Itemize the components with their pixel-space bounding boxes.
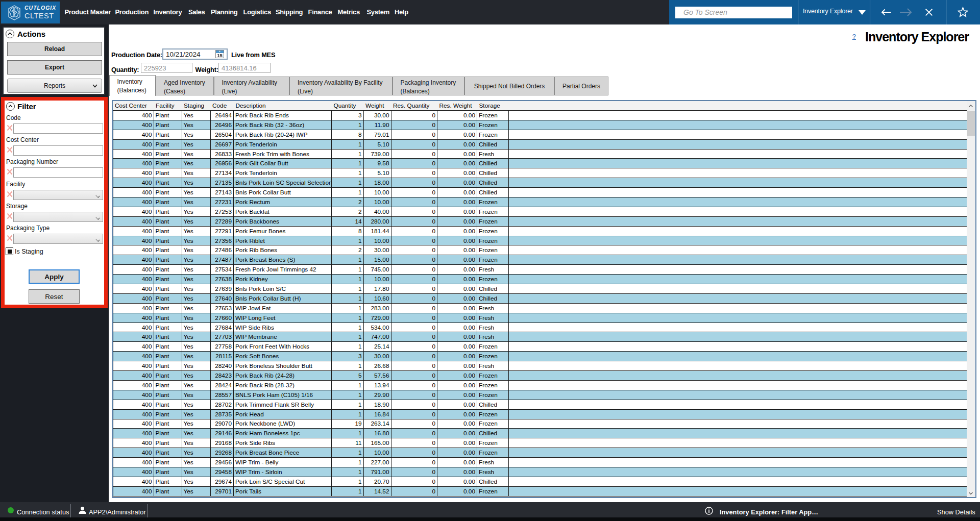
svg-text:15: 15 (217, 53, 223, 58)
